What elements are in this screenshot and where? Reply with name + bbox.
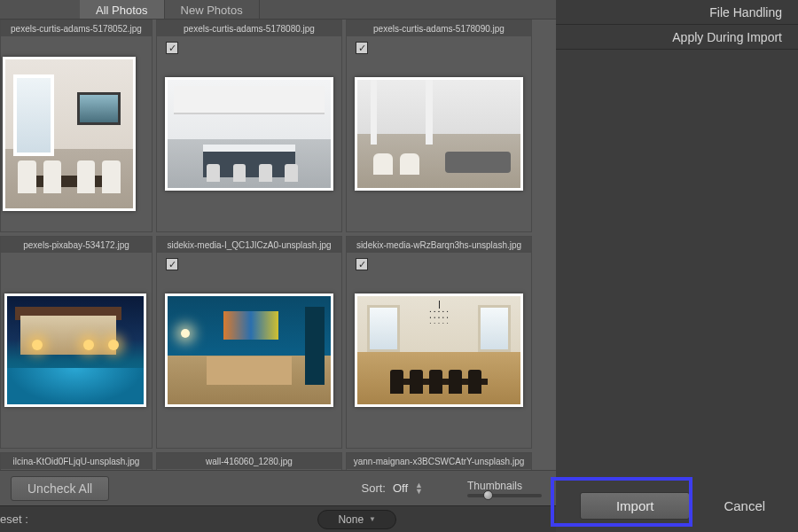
thumbnail-cell[interactable]: pexels-pixabay-534172.jpg bbox=[0, 236, 153, 449]
thumbnails-label: Thumbnails bbox=[467, 480, 522, 492]
side-actions: Import Cancel bbox=[556, 479, 798, 532]
thumbnail-checkbox[interactable]: ✓ bbox=[166, 258, 178, 270]
thumbnail-filename: pexels-curtis-adams-5178090.jpg bbox=[347, 20, 531, 36]
cancel-button[interactable]: Cancel bbox=[715, 493, 774, 519]
thumbnail-checkbox[interactable]: ✓ bbox=[356, 258, 368, 270]
thumbnail-cell[interactable]: sidekix-media-I_QC1JICzA0-unsplash.jpg ✓ bbox=[156, 236, 342, 449]
uncheck-all-button[interactable]: Uncheck All bbox=[11, 476, 109, 501]
chevron-down-icon: ▼ bbox=[369, 515, 376, 523]
thumbnail-cell[interactable]: pexels-curtis-adams-5178080.jpg ✓ bbox=[156, 20, 342, 232]
thumbnail-filename: sidekix-media-wRzBarqn3hs-unsplash.jpg bbox=[347, 237, 531, 253]
preset-label: eset : bbox=[0, 512, 28, 526]
thumbnail-cell[interactable]: yann-maignan-x3BCSWCAtrY-unsplash.jpg ✓ bbox=[346, 452, 532, 470]
tab-new-photos[interactable]: New Photos bbox=[165, 0, 260, 19]
thumbnail-filename: wall-416060_1280.jpg bbox=[157, 453, 341, 469]
thumbnail-cell[interactable]: ilcina-KtOid0FLjqU-unsplash.jpg bbox=[0, 452, 153, 470]
thumbnail-cell[interactable]: pexels-curtis-adams-5178090.jpg ✓ bbox=[346, 20, 532, 232]
thumbnail-checkbox[interactable]: ✓ bbox=[166, 42, 178, 54]
side-panel: File Handling Apply During Import Import… bbox=[556, 0, 798, 532]
tab-all-photos[interactable]: All Photos bbox=[80, 0, 165, 19]
thumbnail-filename: pexels-curtis-adams-5178080.jpg bbox=[157, 20, 341, 36]
thumbnail-cell[interactable]: pexels-curtis-adams-5178052.jpg bbox=[0, 20, 153, 232]
thumbnail-filename: sidekix-media-I_QC1JICzA0-unsplash.jpg bbox=[157, 237, 341, 253]
thumbnail-grid: pexels-curtis-adams-5178052.jpg pexels-c… bbox=[0, 20, 556, 470]
thumbnail-filename: ilcina-KtOid0FLjqU-unsplash.jpg bbox=[1, 453, 152, 469]
thumbnail-filename: pexels-pixabay-534172.jpg bbox=[1, 237, 152, 253]
thumbnail-filename: pexels-curtis-adams-5178052.jpg bbox=[1, 20, 152, 36]
thumbnail-filename: yann-maignan-x3BCSWCAtrY-unsplash.jpg bbox=[347, 453, 531, 469]
panel-apply-during-import[interactable]: Apply During Import bbox=[556, 25, 798, 50]
sort-stepper-icon[interactable]: ▲▼ bbox=[415, 482, 423, 495]
tabs-bar: All Photos New Photos bbox=[0, 0, 556, 20]
thumbnail-cell[interactable]: wall-416060_1280.jpg ✓ bbox=[156, 452, 342, 470]
panel-file-handling[interactable]: File Handling bbox=[556, 0, 798, 25]
thumbnail-cell[interactable]: sidekix-media-wRzBarqn3hs-unsplash.jpg ✓ bbox=[346, 236, 532, 449]
sort-value[interactable]: Off bbox=[393, 481, 408, 495]
import-button[interactable]: Import bbox=[580, 492, 691, 520]
sort-label: Sort: bbox=[362, 481, 386, 495]
footer-bar: eset : None▼ bbox=[0, 505, 556, 532]
thumbnail-checkbox[interactable]: ✓ bbox=[356, 42, 368, 54]
thumbnail-size-slider[interactable] bbox=[467, 494, 542, 497]
preset-dropdown[interactable]: None▼ bbox=[317, 510, 396, 529]
main-panel: All Photos New Photos pexels-curtis-adam… bbox=[0, 0, 556, 532]
grid-toolbar: Uncheck All Sort: Off ▲▼ Thumbnails bbox=[0, 470, 556, 505]
